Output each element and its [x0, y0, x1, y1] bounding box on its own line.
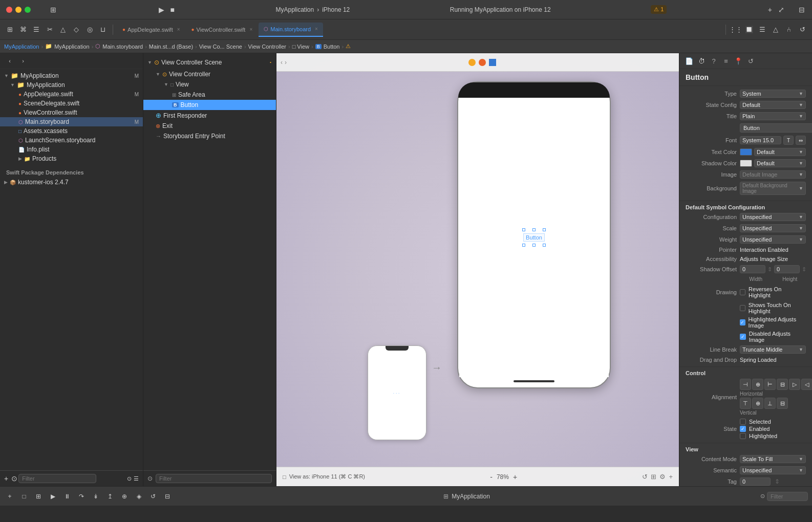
breadcrumb-button[interactable]: Button [324, 44, 340, 50]
nav-item-scene[interactable]: ▼ ⊙ View Controller Scene · [143, 55, 276, 69]
inspector-icon[interactable]: ☰ [757, 24, 768, 35]
shadow-color-swatch[interactable] [740, 160, 752, 167]
tag-stepper[interactable]: ⇕ [775, 478, 780, 485]
inspector-connections-icon[interactable]: ↺ [745, 55, 756, 67]
inspector-button-text-input[interactable] [740, 123, 812, 133]
canvas-circle-yellow[interactable] [468, 59, 476, 66]
inspector-contentmode-select[interactable]: Scale To Fill ▼ [740, 455, 806, 463]
align-leading-button[interactable]: ▷ [789, 379, 800, 390]
bottom-share-icon[interactable]: ⊕ [119, 491, 130, 502]
canvas-square-blue[interactable] [489, 59, 496, 66]
align-fill-v-button[interactable]: ⊟ [777, 398, 788, 409]
panel-toggle-button[interactable]: ⊟ [798, 5, 806, 15]
text-color-swatch[interactable] [740, 148, 752, 156]
inspector-type-select[interactable]: System ▼ [740, 90, 806, 98]
sidebar-item-assets[interactable]: □ Assets.xcassets [0, 126, 143, 136]
inspector-title-select[interactable]: Plain ▼ [740, 112, 806, 120]
breadcrumb-app[interactable]: MyApplication [4, 44, 39, 50]
shadow-offset-w-input[interactable] [740, 265, 765, 273]
refresh-icon[interactable]: ↺ [797, 24, 808, 35]
hierarchy-icon[interactable]: ⊔ [97, 24, 109, 35]
show-inspector-icon[interactable]: ☰ [31, 24, 42, 35]
state-selected-checkbox[interactable] [740, 419, 746, 425]
nav-item-view[interactable]: ▼ □ View [143, 79, 276, 90]
add-object-icon[interactable]: + [669, 473, 673, 481]
inspector-bg-select[interactable]: Default Background Image ▼ [740, 182, 806, 195]
add-file-button[interactable]: + [4, 474, 8, 483]
bottom-run-icon[interactable]: ▶ [47, 491, 58, 502]
split-button[interactable]: ⤢ [777, 5, 785, 15]
sidebar-item-plist[interactable]: 📄 Info.plist [0, 145, 143, 154]
shows-touch-checkbox[interactable] [740, 305, 745, 311]
nav-item-exit[interactable]: ⊗ Exit [143, 121, 276, 131]
sidebar-item-products[interactable]: ▶ 📁 Products [0, 154, 143, 163]
settings-icon[interactable]: ⚙ [659, 473, 666, 481]
inspector-state-select[interactable]: Default ▼ [740, 101, 806, 109]
align-center-h-button[interactable]: ⊕ [752, 379, 763, 390]
bottom-add-icon[interactable]: + [4, 491, 15, 502]
source-control-icon[interactable]: ⑃ [783, 24, 795, 35]
inspector-identity-icon[interactable]: ≡ [720, 55, 732, 67]
canvas-nav-back[interactable]: ‹ [281, 59, 283, 66]
sidebar-item-appdelegate[interactable]: ● AppDelegate.swift M [0, 90, 143, 99]
fullscreen-button[interactable] [25, 7, 31, 13]
sidebar-item-scenedelegate[interactable]: ● SceneDelegate.swift [0, 99, 143, 108]
align-left-button[interactable]: ⊣ [740, 379, 751, 390]
nav-item-responder[interactable]: ⊕ First Responder [143, 110, 276, 121]
inspector-font-adjust-button[interactable]: ⇔ [796, 136, 806, 145]
breadcrumb-view[interactable]: □ View [292, 44, 309, 50]
inspector-scale-select[interactable]: Unspecified ▼ [740, 224, 806, 232]
find-icon[interactable]: ◎ [84, 24, 95, 35]
inspector-font-select[interactable]: System 15.0 [740, 136, 781, 144]
stop-button[interactable]: ■ [169, 5, 176, 15]
bottom-pause-icon[interactable]: ⏸ [61, 491, 73, 502]
inspector-configuration-select[interactable]: Unspecified ▼ [740, 213, 806, 221]
sidebar-filter-input[interactable] [18, 474, 96, 483]
list-view-button[interactable]: ☰ [134, 475, 139, 482]
breadcrumb-folder-label[interactable]: MyApplication [54, 44, 89, 50]
nav-item-entry-point[interactable]: → Storyboard Entry Point [143, 131, 276, 141]
play-button[interactable]: ▶ [158, 5, 165, 15]
state-enabled-checkbox[interactable]: ✓ [740, 426, 746, 432]
bottom-step-into-icon[interactable]: ↡ [90, 491, 101, 502]
history-icon[interactable]: △ [57, 24, 69, 35]
breadcrumb-storyboard[interactable]: Main.storyboard [102, 44, 143, 50]
device-rotate-icon[interactable]: ↺ [642, 473, 648, 481]
breadcrumb-viewcontroller[interactable]: View Controller [248, 44, 286, 50]
align-trailing-button[interactable]: ◁ [801, 379, 812, 390]
sidebar-item-mainstoryboard[interactable]: ⬡ Main.storyboard M [0, 117, 143, 126]
tab-viewcontroller[interactable]: ● ViewController.swift × [186, 23, 258, 37]
close-button[interactable] [6, 7, 12, 13]
align-center-v-button[interactable]: ⊕ [752, 398, 763, 409]
breadcrumb-folder[interactable]: 📁 [45, 43, 52, 50]
sidebar-item-launchscreen[interactable]: ⬡ LaunchScreen.storyboard [0, 136, 143, 145]
breadcrumb-warning-icon[interactable]: ⚠ [346, 43, 351, 50]
bottom-step-over-icon[interactable]: ↷ [76, 491, 87, 502]
more-menu-icon[interactable]: ⋮⋮ [730, 24, 741, 35]
inspector-size-icon[interactable]: 📍 [733, 55, 744, 67]
zoom-in-button[interactable]: + [513, 473, 517, 481]
bottom-filter-input[interactable] [767, 492, 808, 501]
inspector-semantic-select[interactable]: Unspecified ▼ [740, 466, 806, 474]
canvas-circle-orange[interactable] [479, 59, 486, 66]
bookmark-icon[interactable]: ◇ [71, 24, 82, 35]
align-bottom-button[interactable]: ⊥ [764, 398, 776, 409]
tab-mainstoryboard[interactable]: ⬡ Main.storyboard × [259, 23, 323, 37]
nav-item-safearea[interactable]: ⊞ Safe Area [143, 90, 276, 100]
nav-item-button[interactable]: B Button [143, 100, 276, 110]
canvas-nav-forward[interactable]: › [285, 59, 287, 66]
inspector-tag-input[interactable] [740, 477, 771, 486]
show-debug-icon[interactable]: ⌘ [17, 24, 29, 35]
tab-appdelegate[interactable]: ● AppDelegate.swift × [117, 23, 185, 37]
inspector-attributes-icon[interactable]: ⏱ [696, 55, 707, 67]
inspector-image-select[interactable]: Default Image ▼ [740, 170, 806, 179]
shadow-offset-h-input[interactable] [774, 265, 800, 273]
nav-forward-icon[interactable]: › [17, 55, 29, 67]
show-navigator-icon[interactable]: ⊞ [4, 24, 15, 35]
bottom-location-icon[interactable]: ◈ [133, 491, 144, 502]
minimize-button[interactable] [15, 7, 22, 13]
sidebar-item-viewcontroller-file[interactable]: ● ViewController.swift [0, 108, 143, 117]
history-view-button[interactable]: ⊙ [127, 475, 132, 482]
sidebar-toggle-button[interactable]: ⊞ [49, 5, 57, 15]
tab-close-icon[interactable]: × [177, 27, 180, 32]
